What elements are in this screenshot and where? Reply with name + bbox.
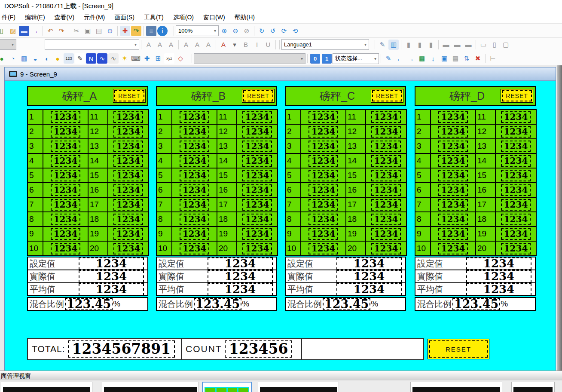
- trend-graph-icon[interactable]: ∿: [97, 53, 107, 64]
- rotate-90-cw-icon[interactable]: ⟳: [279, 26, 289, 36]
- delete-screen-icon[interactable]: ✖: [473, 53, 483, 64]
- numeric-display[interactable]: 1234: [180, 184, 210, 196]
- zoom-in-icon[interactable]: ⊕: [219, 26, 229, 36]
- numeric-display[interactable]: 1234: [371, 228, 401, 240]
- italic-icon[interactable]: I: [252, 40, 262, 50]
- text-left-icon[interactable]: A: [144, 40, 154, 50]
- numeric-display[interactable]: 1234: [438, 199, 468, 211]
- new-icon[interactable]: ▯: [0, 26, 7, 36]
- rotate-90-ccw-icon[interactable]: ⟲: [290, 26, 300, 36]
- bold-icon[interactable]: B: [241, 40, 251, 50]
- flow-symbol-icon[interactable]: ◇: [175, 53, 186, 64]
- state-mode-icon[interactable]: ▥: [388, 40, 399, 50]
- undo-icon[interactable]: ↶: [45, 26, 55, 36]
- numeric-display[interactable]: 1234: [51, 170, 81, 181]
- menu-w-item[interactable]: 窗口(W): [199, 14, 230, 21]
- font-color-icon[interactable]: A: [218, 40, 229, 50]
- underline-icon[interactable]: U: [263, 40, 273, 50]
- align-right-icon[interactable]: ▮: [426, 40, 436, 50]
- numeric-display[interactable]: 1234: [308, 184, 339, 196]
- panel-reset-button[interactable]: RESET: [371, 89, 403, 103]
- pc-transfer-icon[interactable]: ⇅: [461, 53, 472, 64]
- numeric-display[interactable]: 1234: [51, 243, 81, 254]
- panel-reset-button[interactable]: RESET: [242, 89, 275, 103]
- numeric-display[interactable]: 1234: [501, 199, 531, 211]
- numeric-display[interactable]: 1234: [242, 170, 272, 181]
- text-bottom-icon[interactable]: A: [203, 40, 214, 50]
- numeric-display[interactable]: 1234: [113, 243, 144, 254]
- numeric-display[interactable]: 1234: [180, 199, 210, 211]
- numeric-display[interactable]: 1234: [438, 155, 468, 167]
- screen-select[interactable]: ▾: [194, 53, 305, 64]
- numeric-display[interactable]: 1234: [308, 214, 339, 225]
- align-center-horizontal-icon[interactable]: ▮: [415, 40, 425, 50]
- numeric-display[interactable]: 1234: [208, 283, 273, 296]
- numeric-display[interactable]: 1234: [371, 243, 401, 254]
- screen-thumbnail[interactable]: [1, 382, 92, 392]
- numeric-display[interactable]: 1234: [438, 214, 468, 225]
- copy-screen-icon[interactable]: ▣: [439, 53, 449, 64]
- numeric-display[interactable]: 1234: [79, 270, 144, 283]
- screen-thumbnail[interactable]: [102, 382, 199, 392]
- find-icon[interactable]: ⊙: [105, 26, 115, 36]
- numeric-display[interactable]: 1234: [51, 184, 81, 196]
- numeric-display[interactable]: 1234: [308, 228, 339, 240]
- numeric-display[interactable]: 1234: [308, 170, 339, 181]
- numeric-display[interactable]: 1234: [51, 228, 81, 240]
- numeric-display[interactable]: 1234: [51, 214, 81, 225]
- screen-thumbnail[interactable]: [258, 382, 339, 392]
- numeric-display[interactable]: 1234: [180, 243, 210, 254]
- numeric-display[interactable]: 1234: [371, 184, 401, 196]
- numeric-display[interactable]: 1234: [208, 257, 273, 270]
- paste-icon[interactable]: ▤: [94, 26, 104, 36]
- numeric-display[interactable]: 1234: [308, 111, 339, 123]
- panel-reset-button[interactable]: RESET: [113, 89, 146, 103]
- next-screen-icon[interactable]: →: [406, 53, 416, 64]
- numeric-display[interactable]: 1234: [501, 214, 531, 225]
- numeric-display[interactable]: 1234: [180, 214, 210, 225]
- numeric-display[interactable]: 1234: [438, 228, 468, 240]
- language-select[interactable]: Language1▾: [281, 39, 369, 50]
- zoom-off-icon[interactable]: ⊘: [241, 26, 252, 36]
- zoom-select[interactable]: 100%▾: [176, 25, 219, 36]
- numeric-display[interactable]: 1234: [242, 243, 272, 254]
- numeric-display[interactable]: 1234: [208, 270, 273, 283]
- numeric-display[interactable]: 1234: [371, 199, 401, 211]
- numeric-display[interactable]: 1234: [113, 170, 144, 181]
- numeric-display[interactable]: 1234: [501, 126, 531, 138]
- copy-icon[interactable]: ▣: [82, 26, 93, 36]
- numeric-display[interactable]: 1234: [51, 141, 81, 152]
- font-name-select[interactable]: ▾: [45, 39, 139, 50]
- menu-m-item[interactable]: 元件(M): [79, 14, 110, 21]
- menu-s-item[interactable]: 画面(S): [110, 14, 139, 21]
- numeric-display[interactable]: 1234: [501, 170, 531, 181]
- numeric-display[interactable]: 1234: [242, 184, 272, 196]
- numeric-display[interactable]: 1234: [336, 270, 402, 283]
- text-top-icon[interactable]: A: [181, 40, 191, 50]
- add-screen-icon[interactable]: ✚: [120, 26, 130, 36]
- numeric-display[interactable]: 1234: [466, 283, 531, 296]
- global-reset-button[interactable]: RESET: [428, 339, 489, 359]
- numeric-display[interactable]: 123.45: [65, 298, 113, 310]
- numeric-display[interactable]: 1234: [180, 141, 210, 152]
- text-right-icon[interactable]: A: [166, 40, 176, 50]
- numeric-display[interactable]: 1234: [113, 155, 144, 167]
- text-center-h-icon[interactable]: A: [155, 40, 165, 50]
- numeric-display[interactable]: 1234: [51, 199, 81, 211]
- numeric-display[interactable]: 1234: [438, 243, 468, 254]
- text-middle-icon[interactable]: A: [192, 40, 202, 50]
- numeric-display[interactable]: 1234: [180, 155, 210, 167]
- numeric-display[interactable]: 1234: [79, 283, 144, 296]
- numeric-display[interactable]: 1234: [371, 170, 401, 181]
- paste-screen-icon[interactable]: ▤: [450, 53, 461, 64]
- ruler-icon[interactable]: ⊢: [488, 53, 498, 64]
- numeric-display[interactable]: 1234: [371, 141, 401, 152]
- same-height-icon[interactable]: ▯: [489, 40, 500, 50]
- save-icon[interactable]: ▬: [19, 26, 29, 36]
- numeric-entry-icon[interactable]: 123: [64, 53, 74, 64]
- align-bottom-icon[interactable]: ▬: [463, 40, 473, 50]
- state-select[interactable]: 状态选择...▾: [333, 53, 379, 64]
- xy-graph-icon[interactable]: ∿: [108, 53, 119, 64]
- numeric-display[interactable]: 1234: [466, 270, 531, 283]
- numeric-display[interactable]: 123.45: [194, 298, 241, 310]
